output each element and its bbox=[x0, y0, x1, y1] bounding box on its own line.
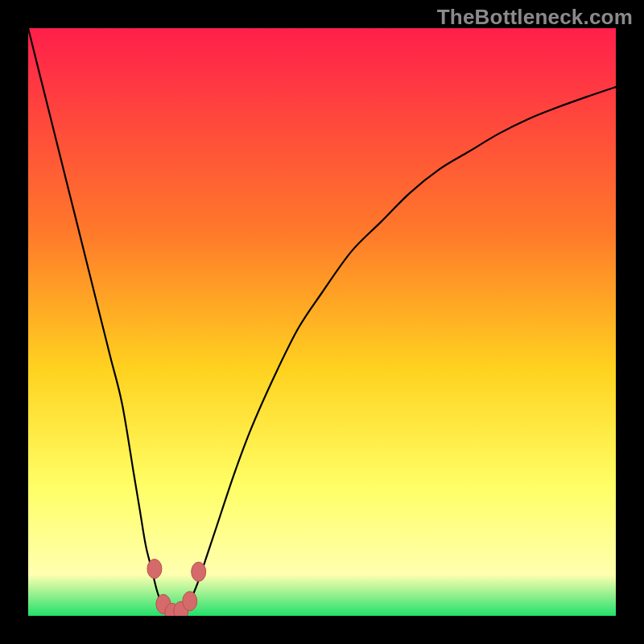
gradient-background bbox=[28, 28, 616, 616]
curve-marker bbox=[192, 562, 206, 581]
chart-frame: TheBottleneck.com bbox=[0, 0, 644, 644]
curve-marker bbox=[183, 592, 197, 611]
watermark-text: TheBottleneck.com bbox=[437, 5, 633, 30]
plot-area bbox=[28, 28, 616, 616]
bottleneck-chart bbox=[28, 28, 616, 616]
curve-marker bbox=[147, 559, 162, 579]
